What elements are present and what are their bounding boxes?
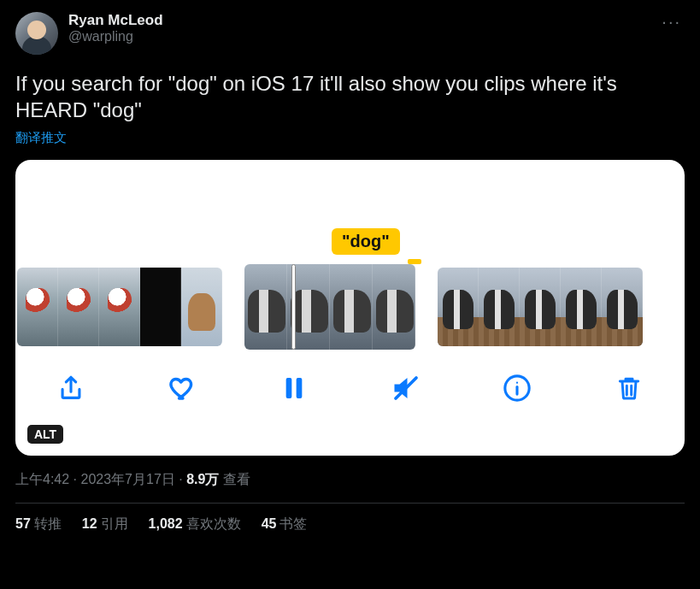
clip-thumbnail-group[interactable] <box>17 268 222 346</box>
clip-thumbnail-group[interactable] <box>438 268 643 346</box>
likes-stat[interactable]: 1,082喜欢次数 <box>149 515 241 533</box>
video-timeline[interactable] <box>15 264 685 350</box>
info-icon[interactable] <box>499 370 535 406</box>
views-count: 8.9万 <box>186 472 219 486</box>
retweets-stat[interactable]: 57转推 <box>15 515 62 533</box>
clip-frame <box>330 264 373 350</box>
alt-badge[interactable]: ALT <box>27 425 63 444</box>
avatar[interactable] <box>15 12 58 55</box>
media-attachment[interactable]: "dog" <box>15 160 685 456</box>
tweet-text: If you search for "dog" on iOS 17 it'll … <box>15 70 685 123</box>
pause-icon[interactable] <box>276 370 312 406</box>
search-label-row: "dog" <box>15 172 685 264</box>
ios-status-bar <box>15 160 685 172</box>
quotes-stat[interactable]: 12引用 <box>82 515 128 533</box>
clip-frame <box>140 268 181 346</box>
tweet-meta: 上午4:42 · 2023年7月17日 · 8.9万 查看 <box>15 471 685 489</box>
tweet-container: Ryan McLeod @warpling ··· If you search … <box>0 0 700 545</box>
clip-frame <box>438 268 479 346</box>
playhead[interactable] <box>291 264 296 350</box>
svg-rect-0 <box>286 378 292 398</box>
views-label: 查看 <box>219 472 250 486</box>
clip-thumbnail-group[interactable] <box>244 264 415 350</box>
heart-icon[interactable] <box>165 370 201 406</box>
translate-link[interactable]: 翻译推文 <box>15 130 685 146</box>
clip-frame <box>520 268 561 346</box>
clip-frame <box>99 268 140 346</box>
tweet-date[interactable]: 2023年7月17日 <box>80 472 174 486</box>
bookmarks-stat[interactable]: 45书签 <box>262 515 308 533</box>
tweet-stats: 57转推 12引用 1,082喜欢次数 45书签 <box>15 504 685 533</box>
clip-frame <box>561 268 602 346</box>
more-options-button[interactable]: ··· <box>658 12 685 32</box>
clip-frame <box>181 268 222 346</box>
video-controls <box>15 350 685 406</box>
author-block: Ryan McLeod @warpling <box>68 12 658 44</box>
clip-frame <box>479 268 520 346</box>
author-display-name[interactable]: Ryan McLeod <box>68 12 658 29</box>
clip-frame <box>58 268 99 346</box>
search-keyword-badge: "dog" <box>332 228 400 255</box>
svg-rect-1 <box>297 378 303 398</box>
clip-frame <box>602 268 643 346</box>
trash-icon[interactable] <box>611 370 647 406</box>
clip-frame <box>244 264 287 350</box>
mute-icon[interactable] <box>388 370 424 406</box>
tweet-time[interactable]: 上午4:42 <box>15 472 69 486</box>
clip-frame <box>373 264 415 350</box>
tweet-header: Ryan McLeod @warpling ··· <box>15 12 685 55</box>
svg-point-3 <box>516 382 518 384</box>
share-icon[interactable] <box>53 370 89 406</box>
author-handle[interactable]: @warpling <box>68 29 658 44</box>
clip-frame <box>17 268 58 346</box>
